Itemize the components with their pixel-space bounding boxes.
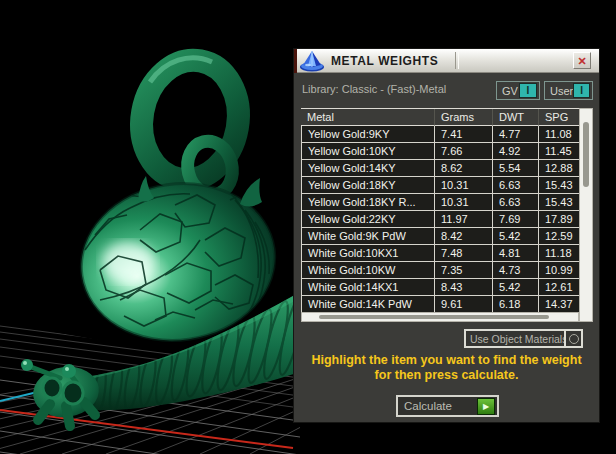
table-row[interactable]: White Gold:10KW7.354.7310.99: [301, 262, 579, 279]
titlebar-edge: [294, 49, 297, 73]
calculate-button[interactable]: Calculate ▶: [396, 395, 499, 417]
metal-name-cell: Yellow Gold:10KY: [301, 143, 435, 160]
metal-name-cell: Yellow Gold:9KY: [301, 126, 435, 143]
instruction-line-1: Highlight the item you want to find the …: [294, 353, 599, 368]
table-row[interactable]: White Gold:14KX18.435.4212.61: [301, 279, 579, 296]
snail-legs: [38, 402, 95, 426]
calculate-play-icon: ▶: [477, 398, 495, 415]
table-header: MetalGramsDWTSPG: [301, 109, 579, 126]
metals-table: MetalGramsDWTSPG Yellow Gold:9KY7.414.77…: [301, 108, 593, 322]
value-cell: 11.18: [539, 245, 579, 262]
column-header-dwt[interactable]: DWT: [493, 109, 539, 126]
metal-name-cell: Yellow Gold:22KY: [301, 211, 435, 228]
dropdown-button[interactable]: [564, 331, 581, 346]
value-cell: 8.42: [435, 228, 493, 245]
value-cell: 8.43: [435, 279, 493, 296]
value-cell: 10.31: [435, 194, 493, 211]
user-toggle[interactable]: User I: [544, 81, 593, 100]
horizontal-scrollbar[interactable]: [301, 312, 579, 322]
value-cell: 6.63: [493, 177, 539, 194]
value-cell: 7.48: [435, 245, 493, 262]
table-row[interactable]: Yellow Gold:18KY10.316.6315.43: [301, 177, 579, 194]
table-row[interactable]: White Gold:14K PdW9.616.1814.37: [301, 296, 579, 312]
metal-name-cell: White Gold:9K PdW: [301, 228, 435, 245]
value-cell: 5.42: [493, 279, 539, 296]
value-cell: 6.63: [493, 194, 539, 211]
value-cell: 14.37: [539, 296, 579, 312]
value-cell: 7.69: [493, 211, 539, 228]
value-cell: 4.92: [493, 143, 539, 160]
dialog-titlebar[interactable]: METAL WEIGHTS ✕: [294, 49, 599, 73]
metal-name-cell: Yellow Gold:18KY: [301, 177, 435, 194]
column-header-metal[interactable]: Metal: [301, 109, 435, 126]
column-header-spg[interactable]: SPG: [539, 109, 579, 126]
instruction-text: Highlight the item you want to find the …: [294, 353, 599, 383]
value-cell: 4.73: [493, 262, 539, 279]
calculate-label: Calculate: [404, 400, 477, 412]
dialog-title: METAL WEIGHTS: [331, 54, 438, 68]
metal-weights-dialog: METAL WEIGHTS ✕ Library: Classic - (Fast…: [293, 48, 600, 423]
gv-indicator: I: [519, 83, 537, 98]
shell-horn-right: [240, 178, 262, 207]
pendant-bail: [132, 53, 247, 200]
value-cell: 12.88: [539, 160, 579, 177]
close-icon: ✕: [577, 55, 586, 67]
dropdown-circle-icon: [569, 334, 579, 344]
close-button[interactable]: ✕: [573, 52, 591, 69]
gv-toggle-label: GV: [502, 85, 518, 97]
value-cell: 5.54: [493, 160, 539, 177]
snail-model: [21, 53, 309, 426]
value-cell: 7.35: [435, 262, 493, 279]
materials-dropdown-value: Use Object Materials: [466, 333, 564, 345]
value-cell: 10.31: [435, 177, 493, 194]
metal-name-cell: White Gold:10KX1: [301, 245, 435, 262]
value-cell: 10.99: [539, 262, 579, 279]
value-cell: 4.81: [493, 245, 539, 262]
table-row[interactable]: Yellow Gold:18KY R...10.316.6315.43: [301, 194, 579, 211]
instruction-line-2: for then press calculate.: [294, 368, 599, 383]
library-label: Library: Classic - (Fast)-Metal: [302, 83, 446, 95]
table-row[interactable]: Yellow Gold:9KY7.414.7711.08: [301, 126, 579, 143]
vertical-scrollbar[interactable]: [579, 108, 593, 322]
value-cell: 11.97: [435, 211, 493, 228]
table-row[interactable]: White Gold:9K PdW8.425.4212.59: [301, 228, 579, 245]
value-cell: 7.66: [435, 143, 493, 160]
value-cell: 12.59: [539, 228, 579, 245]
value-cell: 7.41: [435, 126, 493, 143]
horizontal-scrollbar-thumb[interactable]: [319, 315, 549, 319]
value-cell: 6.18: [493, 296, 539, 312]
user-toggle-label: User: [550, 85, 573, 97]
value-cell: 8.62: [435, 160, 493, 177]
table-row[interactable]: White Gold:10KX17.484.8111.18: [301, 245, 579, 262]
value-cell: 17.89: [539, 211, 579, 228]
materials-dropdown[interactable]: Use Object Materials: [464, 329, 583, 348]
value-cell: 9.61: [435, 296, 493, 312]
value-cell: 4.77: [493, 126, 539, 143]
value-cell: 11.45: [539, 143, 579, 160]
table-row[interactable]: Yellow Gold:22KY11.977.6917.89: [301, 211, 579, 228]
table-body: Yellow Gold:9KY7.414.7711.08Yellow Gold:…: [301, 126, 579, 312]
value-cell: 15.43: [539, 177, 579, 194]
value-cell: 11.08: [539, 126, 579, 143]
library-row: Library: Classic - (Fast)-Metal GV I Use…: [294, 73, 599, 107]
titlebar-divider: [455, 52, 459, 69]
table-row[interactable]: Yellow Gold:10KY7.664.9211.45: [301, 143, 579, 160]
metal-name-cell: Yellow Gold:14KY: [301, 160, 435, 177]
table-clip: MetalGramsDWTSPG Yellow Gold:9KY7.414.77…: [301, 108, 579, 312]
metal-name-cell: White Gold:14K PdW: [301, 296, 435, 312]
value-cell: 12.61: [539, 279, 579, 296]
value-cell: 15.43: [539, 194, 579, 211]
gem-icon: [298, 50, 326, 72]
table-row[interactable]: Yellow Gold:14KY8.625.5412.88: [301, 160, 579, 177]
metal-name-cell: Yellow Gold:18KY R...: [301, 194, 435, 211]
vertical-scrollbar-thumb[interactable]: [583, 122, 589, 187]
application-window: METAL WEIGHTS ✕ Library: Classic - (Fast…: [0, 0, 616, 454]
metal-name-cell: White Gold:10KW: [301, 262, 435, 279]
user-indicator: I: [573, 83, 590, 98]
value-cell: 5.42: [493, 228, 539, 245]
metal-name-cell: White Gold:14KX1: [301, 279, 435, 296]
column-header-grams[interactable]: Grams: [435, 109, 493, 126]
gv-toggle[interactable]: GV I: [496, 81, 540, 100]
